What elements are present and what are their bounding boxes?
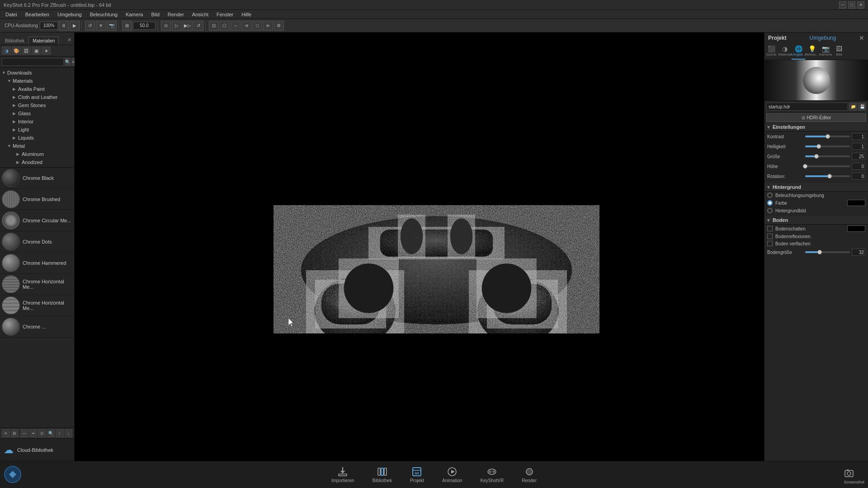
menu-ansicht[interactable]: Ansicht [189, 11, 212, 18]
window-controls[interactable]: ─ □ ✕ [839, 1, 864, 9]
boden-title[interactable]: ▼ Boden [764, 216, 868, 225]
view-btn-4[interactable]: ↺ [193, 21, 203, 31]
tree-metal[interactable]: ▼ Metal [0, 142, 74, 150]
tool-7[interactable]: ⚙ [274, 21, 284, 31]
kontrast-value[interactable]: 1 [852, 133, 865, 140]
play-button[interactable]: ▶ [70, 21, 80, 31]
menu-bearbeiten[interactable]: Bearbeiten [22, 11, 53, 18]
mat-chrome-circular[interactable]: Chrome Circular Me... [0, 210, 74, 231]
einstellungen-title[interactable]: ▼ Einstellungen [764, 123, 868, 131]
tree-cloth[interactable]: ▶ Cloth and Leather [0, 93, 74, 101]
menu-bild[interactable]: Bild [147, 11, 163, 18]
tree-interior[interactable]: ▶ Interior [0, 117, 74, 126]
download-btn[interactable]: ↓ [65, 429, 73, 437]
tool-4[interactable]: ⊲ [241, 21, 251, 31]
pin-btn[interactable]: — [20, 429, 28, 437]
file-save-btn[interactable]: 💾 [858, 103, 866, 111]
rotation-slider[interactable] [805, 175, 850, 177]
mat-chrome-black[interactable]: Chrome Black [0, 168, 74, 189]
icon-image[interactable]: 🖼 [22, 47, 31, 55]
grid-input[interactable] [133, 22, 156, 30]
icon-color[interactable]: 🎨 [12, 47, 21, 55]
rotation-handle[interactable] [827, 174, 832, 178]
tree-anodized[interactable]: ▶ Anodized [0, 158, 74, 166]
upload-btn[interactable]: ↑ [56, 429, 64, 437]
tool-5[interactable]: □ [252, 21, 262, 31]
file-browse-btn[interactable]: 📁 [849, 103, 857, 111]
tool-1[interactable]: ⊡ [209, 21, 219, 31]
bodengroesse-slider[interactable] [805, 251, 850, 253]
hoehe-slider[interactable] [805, 165, 850, 167]
camera-icon[interactable]: 📷 [107, 21, 117, 31]
menu-datei[interactable]: Datei [2, 11, 21, 18]
view-list-btn[interactable]: ≡ [2, 429, 10, 437]
menu-umgebung[interactable]: Umgebung [54, 11, 85, 18]
view-btn-1[interactable]: ⊙ [161, 21, 171, 31]
tree-downloads[interactable]: ▼ Downloads [0, 69, 74, 77]
tab-bibliothek[interactable]: Bibliothek [1, 37, 28, 45]
cloud-section[interactable]: ☁ Cloud-Bibliothek [0, 438, 74, 461]
bodengroesse-value[interactable]: 32 [852, 249, 865, 256]
tab-umgebung[interactable]: 🌐 Umgeb... [792, 43, 805, 60]
umgebung-label[interactable]: Umgebung [809, 35, 836, 41]
helligkeit-slider[interactable] [805, 145, 850, 147]
tree-materials[interactable]: ▼ Materials [0, 77, 74, 85]
tool-2[interactable]: ⬡ [220, 21, 230, 31]
hoehe-value[interactable]: 0 [852, 163, 865, 170]
animation-btn[interactable]: Animation [442, 466, 462, 483]
menu-kamera[interactable]: Kamera [122, 11, 147, 18]
search-bottom-btn[interactable]: 🔍 [47, 429, 55, 437]
view-btn-3[interactable]: ▶▷ [183, 21, 193, 31]
hdri-file-input[interactable]: startup.hdr [766, 103, 848, 111]
viewport[interactable] [75, 33, 764, 461]
maximize-button[interactable]: □ [848, 1, 855, 9]
rotation-value[interactable]: 0 [852, 173, 865, 180]
kontrast-handle[interactable] [826, 134, 830, 139]
hdri-editor-button[interactable]: ⊙ HDRI-Editor [766, 113, 866, 122]
minimize-button[interactable]: ─ [839, 1, 846, 9]
mat-chrome-h1[interactable]: Chrome Horizontal Me... [0, 274, 74, 295]
right-panel-close-btn[interactable]: ✕ [859, 34, 864, 42]
view-btn-2[interactable]: ▷ [172, 21, 182, 31]
bodengroesse-handle[interactable] [817, 250, 822, 254]
tree-glass[interactable]: ▶ Glass [0, 109, 74, 117]
close-button[interactable]: ✕ [857, 1, 864, 9]
beleuchtungsumgebung-radio[interactable] [767, 192, 773, 198]
projekt-btn[interactable]: Projekt [410, 466, 424, 483]
tab-szene[interactable]: ⬛ Szene [764, 43, 778, 60]
tree-light[interactable]: ▶ Light [0, 126, 74, 134]
icon-mat[interactable]: ◑ [2, 47, 11, 55]
bodenschatten-check[interactable] [767, 226, 773, 231]
tab-materialien[interactable]: Materialien [28, 37, 59, 45]
tree-liquids[interactable]: ▶ Liquids [0, 134, 74, 142]
groesse-slider[interactable] [805, 155, 850, 157]
menu-fenster[interactable]: Fenster [213, 11, 237, 18]
tree-aluminum[interactable]: ▶ Aluminum [0, 150, 74, 158]
hoehe-handle[interactable] [803, 164, 807, 169]
groesse-value[interactable]: 25 [852, 153, 865, 160]
helligkeit-handle[interactable] [816, 144, 821, 149]
search-input[interactable] [2, 58, 64, 66]
icon-texture[interactable]: ▣ [32, 47, 41, 55]
keyshotvr-btn[interactable]: KeyShotVR [481, 466, 504, 483]
farbe-swatch[interactable] [847, 200, 865, 206]
mat-chrome-h2[interactable]: Chrome Horizontal Me... [0, 295, 74, 316]
icon-star[interactable]: ★ [42, 47, 51, 55]
move-icon[interactable]: ✕ [96, 21, 106, 31]
tree-gem[interactable]: ▶ Gem Stones [0, 101, 74, 109]
tool-3[interactable]: ↔ [231, 21, 241, 31]
mat-chrome-hammered[interactable]: Chrome Hammered [0, 253, 74, 274]
menu-render[interactable]: Render [164, 11, 188, 18]
add-btn[interactable]: ⊙ [38, 429, 46, 437]
hintergrund-title[interactable]: ▼ Hintergrund [764, 183, 868, 192]
render-btn[interactable]: Render [522, 466, 537, 483]
groesse-handle[interactable] [814, 154, 819, 159]
view-grid-btn[interactable]: ⊞ [11, 429, 19, 437]
zoom-input[interactable]: 100% [40, 22, 58, 30]
search-button[interactable]: 🔍 [65, 58, 71, 66]
panel-close-icon[interactable]: ✕ [67, 37, 71, 43]
tab-beleuchtung[interactable]: 💡 Beleuc... [805, 43, 819, 60]
menu-hilfe[interactable]: Hilfe [238, 11, 255, 18]
tool-6[interactable]: ⊳ [263, 21, 273, 31]
bibliothek-btn[interactable]: Bibliothek [373, 466, 392, 483]
